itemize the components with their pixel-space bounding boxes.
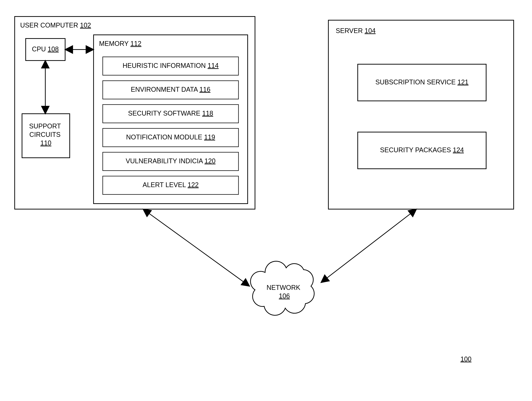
memory-item-label: ENVIRONMENT DATA 116	[131, 86, 210, 93]
server-network-connector	[321, 209, 416, 282]
memory-label: MEMORY 112	[99, 40, 141, 47]
server-label: SERVER 104	[336, 27, 376, 34]
memory-item-label: SECURITY SOFTWARE 118	[128, 109, 213, 117]
subscription-service-label: SUBSCRIPTION SERVICE 121	[375, 78, 469, 86]
usercomputer-network-connector	[143, 209, 249, 286]
user-computer-label: USER COMPUTER 102	[20, 21, 91, 29]
memory-item-label: ALERT LEVEL 122	[143, 181, 199, 189]
memory-item-label: HEURISTIC INFORMATION 114	[123, 62, 218, 69]
memory-item-label: NOTIFICATION MODULE 119	[126, 133, 215, 141]
server-box	[328, 20, 514, 209]
cpu-label: CPU 108	[32, 45, 59, 53]
figure-ref: 100	[461, 355, 471, 363]
security-packages-label: SECURITY PACKAGES 124	[380, 146, 464, 154]
memory-item-label: VULNERABILITY INDICIA 120	[126, 157, 215, 165]
